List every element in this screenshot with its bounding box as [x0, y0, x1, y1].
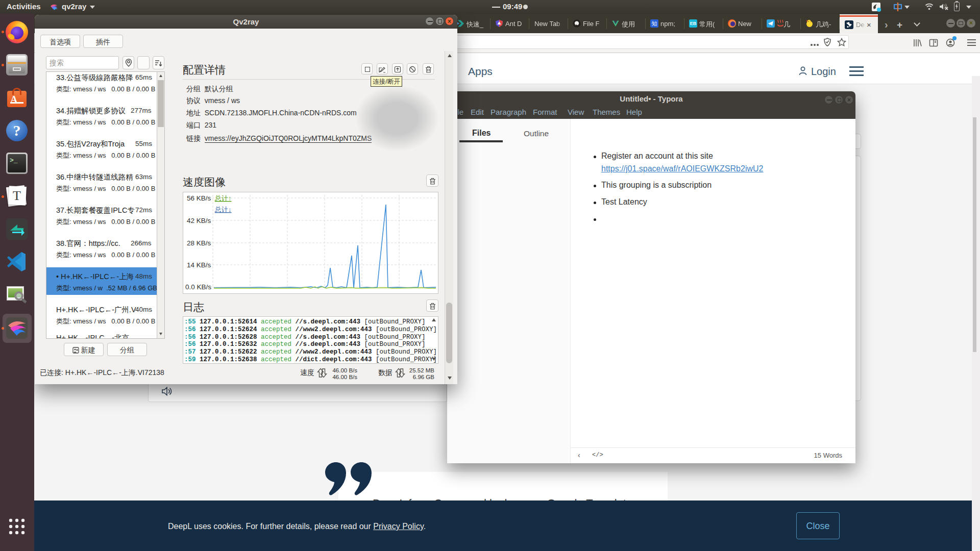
svg-text:总计↓: 总计↓: [214, 206, 232, 213]
svg-text:56 KB/s: 56 KB/s: [187, 194, 211, 202]
svg-text:28 KB/s: 28 KB/s: [187, 239, 211, 247]
svg-text:14 KB/s: 14 KB/s: [187, 261, 211, 269]
svg-text:总计↑: 总计↑: [214, 194, 232, 202]
svg-text:0.0 KB/s: 0.0 KB/s: [185, 283, 211, 291]
svg-text:42 KB/s: 42 KB/s: [187, 217, 211, 224]
